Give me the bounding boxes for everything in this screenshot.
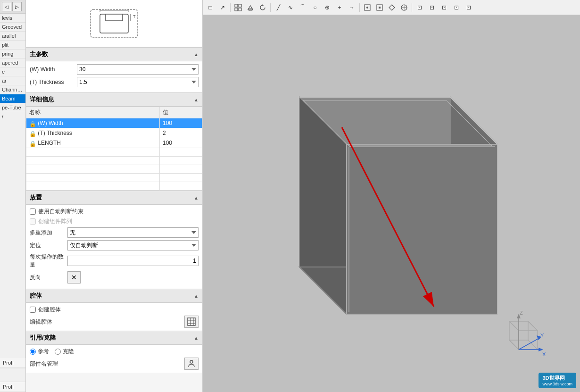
nav-down-button[interactable]: ▷ — [12, 2, 22, 11]
create-cavity-checkbox[interactable] — [30, 307, 36, 313]
reverse-button[interactable]: ✕ — [67, 271, 81, 284]
cavity-header[interactable]: 腔体 ▲ — [26, 289, 202, 303]
3d-cube-svg — [252, 59, 497, 342]
cube-container — [240, 24, 509, 378]
svg-rect-22 — [379, 7, 381, 8]
toolbar-view-btn[interactable] — [232, 2, 244, 13]
svg-rect-16 — [235, 8, 238, 11]
sidebar-item-channel-se[interactable]: Channel-Se — [0, 85, 25, 94]
toolbar-snap4-btn[interactable] — [398, 2, 410, 13]
multi-add-label: 多重添加 — [30, 229, 67, 237]
svg-rect-2 — [106, 14, 123, 21]
auto-constraint-label: 使用自动判断约束 — [38, 208, 83, 216]
toolbar-snap3-btn[interactable] — [386, 2, 398, 13]
sidebar-item-tapered[interactable]: apered — [0, 58, 25, 67]
count-input[interactable] — [67, 256, 199, 266]
sidebar-item-spring[interactable]: pring — [0, 50, 25, 58]
toolbar-arrow-btn[interactable]: ↗ — [217, 2, 228, 13]
detail-empty-5 — [26, 182, 202, 191]
cavity-title: 腔体 — [30, 292, 42, 300]
reverse-label: 反向 — [30, 274, 67, 282]
profile-tab-2[interactable]: Profi — [0, 382, 25, 392]
clone-header[interactable]: 引用/克隆 ▲ — [26, 331, 202, 345]
edit-cavity-row: 编辑腔体 — [30, 316, 199, 328]
toolbar-circle-btn[interactable]: ○ — [309, 2, 321, 13]
person-icon — [187, 359, 196, 368]
svg-marker-47 — [539, 348, 543, 351]
multi-add-select[interactable]: 无 — [67, 227, 199, 238]
detail-header[interactable]: 详细信息 ▲ — [26, 92, 202, 107]
create-cavity-label: 创建腔体 — [38, 306, 61, 314]
auto-constraint-checkbox[interactable] — [30, 209, 36, 215]
position-row: 定位 仅自动判断 — [30, 240, 199, 250]
detail-section: 名称 值 🔒 (W) Width 100 🔒 (T) Thickness — [26, 107, 202, 191]
toolbar-settings2-btn[interactable]: ⊡ — [426, 2, 438, 13]
cavity-content: 创建腔体 编辑腔体 — [26, 303, 202, 331]
svg-rect-8 — [188, 318, 195, 325]
create-array-checkbox[interactable] — [30, 218, 36, 225]
detail-row-width[interactable]: 🔒 (W) Width 100 — [26, 118, 202, 128]
detail-row-length[interactable]: 🔒 LENGTH 100 — [26, 138, 202, 148]
svg-point-13 — [190, 360, 193, 363]
toolbar-settings3-btn[interactable]: ⊡ — [439, 2, 450, 13]
clone-radio-row: 参考 克隆 — [30, 348, 199, 356]
watermark-line1: 3D世界网 — [542, 375, 572, 382]
placement-header[interactable]: 放置 ▲ — [26, 191, 202, 205]
detail-empty-3 — [26, 165, 202, 174]
lock-icon-length: 🔒 — [29, 141, 35, 146]
sidebar-item-levis[interactable]: levis — [0, 14, 25, 23]
main-params-arrow: ▲ — [194, 52, 199, 57]
toolbar-settings4-btn[interactable]: ⊡ — [451, 2, 462, 13]
toolbar-ellipse-btn[interactable]: ⊕ — [322, 2, 333, 13]
reference-radio[interactable] — [30, 349, 36, 355]
clone-arrow: ▲ — [194, 335, 199, 341]
toolbar-rotate-btn[interactable] — [257, 2, 268, 13]
toolbar-3d-btn[interactable] — [245, 2, 256, 13]
thickness-param-select[interactable]: 1.5 2 2.5 — [77, 77, 199, 87]
sidebar-item-e[interactable]: e — [0, 67, 25, 76]
toolbar: □ ↗ ╱ ∿ ⌒ ○ ⊕ + → ⊡ ⊡ — [203, 0, 580, 15]
sidebar-item-beam[interactable]: Beam — [0, 94, 25, 103]
clone-title: 引用/克隆 — [30, 334, 56, 342]
toolbar-line-btn[interactable]: ╱ — [273, 2, 284, 13]
main-panel: T 主参数 ▲ (W) Width 30 40 50 (T) Thickness… — [26, 0, 203, 392]
position-select[interactable]: 仅自动判断 — [67, 240, 199, 250]
toolbar-settings1-btn[interactable]: ⊡ — [414, 2, 425, 13]
toolbar-curve-btn[interactable]: ∿ — [285, 2, 296, 13]
toolbar-snap1-btn[interactable] — [362, 2, 373, 13]
clone-radio[interactable] — [55, 349, 61, 355]
edit-cavity-button[interactable] — [184, 316, 199, 328]
toolbar-plus-btn[interactable]: + — [334, 2, 345, 13]
edit-cavity-label: 编辑腔体 — [30, 318, 52, 326]
nav-arrows: ◁ ▷ — [0, 0, 25, 14]
sidebar-item-ar[interactable]: ar — [0, 76, 25, 85]
sidebar-item-grooved[interactable]: Grooved — [0, 23, 25, 32]
left-sidebar: ◁ ▷ levis Grooved arallel plit pring ape… — [0, 0, 26, 392]
placement-content: 使用自动判断约束 创建组件阵列 多重添加 无 定位 仅自动判断 每次操作的数量 … — [26, 205, 202, 289]
sidebar-item-pe-tube[interactable]: pe-Tube — [0, 103, 25, 112]
svg-text:X: X — [542, 351, 546, 357]
toolbar-settings5-btn[interactable]: ⊡ — [463, 2, 474, 13]
detail-row-thickness[interactable]: 🔒 (T) Thickness 2 — [26, 128, 202, 138]
toolbar-select-btn[interactable]: □ — [205, 2, 216, 13]
main-params-title: 主参数 — [30, 50, 48, 58]
detail-empty-1 — [26, 148, 202, 157]
svg-rect-15 — [239, 4, 241, 7]
toolbar-snap2-btn[interactable] — [374, 2, 385, 13]
width-param-select[interactable]: 30 40 50 — [77, 64, 199, 75]
clone-radio-label[interactable]: 克隆 — [55, 348, 74, 356]
reference-radio-label[interactable]: 参考 — [30, 348, 49, 356]
sidebar-item-split[interactable]: plit — [0, 41, 25, 50]
profile-tab-1[interactable]: Profi — [0, 358, 25, 368]
main-params-header[interactable]: 主参数 ▲ — [26, 47, 202, 61]
svg-rect-14 — [235, 4, 238, 7]
sidebar-item-slash[interactable]: / — [0, 112, 25, 121]
parts-button[interactable] — [184, 358, 199, 370]
detail-row-length-name: 🔒 LENGTH — [26, 138, 160, 148]
toolbar-arc-btn[interactable]: ⌒ — [297, 2, 308, 13]
detail-arrow: ▲ — [194, 97, 199, 102]
thickness-param-label: (T) Thickness — [30, 79, 77, 85]
toolbar-arrow2-btn[interactable]: → — [346, 2, 357, 13]
nav-up-button[interactable]: ◁ — [2, 2, 11, 11]
sidebar-item-parallel[interactable]: arallel — [0, 32, 25, 41]
